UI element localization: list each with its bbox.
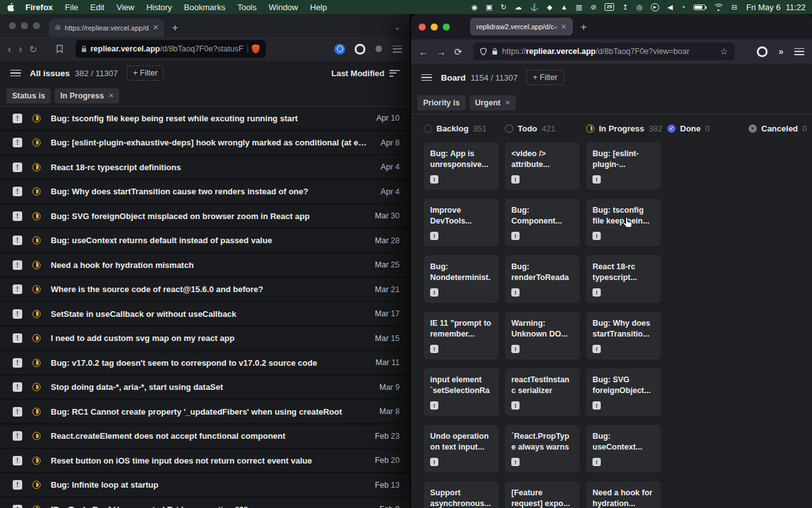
new-tab-button[interactable]: + [580, 22, 587, 32]
shortcuts-icon[interactable]: ◎ [636, 3, 643, 11]
menu-clock[interactable]: Fri May 6 11:22 [746, 3, 806, 12]
filter-field-chip[interactable]: Status is [6, 88, 51, 104]
stage-manager-icon[interactable]: ▥ [576, 3, 582, 11]
forward-button[interactable]: › [18, 44, 22, 54]
record-icon[interactable]: ◉ [471, 3, 478, 11]
board-card[interactable]: React 18-rc typescript...! [586, 255, 661, 303]
menu-history[interactable]: History [147, 3, 172, 12]
brave-shield-icon[interactable] [252, 44, 260, 54]
board-card[interactable]: Bug: [eslint- plugin-...! [586, 142, 661, 190]
issue-row[interactable]: !Bug: Infinite loop at startupFeb 13 [0, 474, 410, 497]
battery-icon[interactable] [693, 4, 705, 10]
minimize-window-button[interactable] [431, 23, 438, 30]
browser-tab[interactable]: ⊕ https://repliear.vercel.app/d/8b ✕ [49, 18, 164, 37]
menu-view[interactable]: View [117, 3, 134, 12]
github-extension-icon[interactable] [757, 46, 768, 57]
issue-row[interactable]: !Bug: [eslint-plugin-exhaustive-deps] ho… [0, 131, 410, 154]
close-tab-icon[interactable]: ✕ [153, 23, 159, 32]
apple-menu-icon[interactable] [6, 3, 15, 12]
menu-edit[interactable]: Edit [90, 3, 104, 12]
menu-help[interactable]: Help [310, 3, 327, 12]
docker-icon[interactable]: ⚓ [530, 3, 539, 11]
issue-row[interactable]: !React.createElement does not accept fun… [0, 425, 410, 448]
issue-row[interactable]: !Bug: RC1 Cannot create property '_updat… [0, 400, 410, 423]
menu-bookmarks[interactable]: Bookmarks [184, 3, 225, 12]
reload-button[interactable]: ⟳ [454, 47, 462, 57]
board-card[interactable]: reactTestInstanc serializer! [505, 368, 580, 416]
minimize-window-button[interactable] [21, 22, 28, 29]
menu-firefox[interactable]: Firefox [25, 3, 53, 12]
play-circle-icon[interactable]: ▶ [651, 3, 659, 11]
sort-icon[interactable] [390, 70, 400, 77]
hand-mirror-icon[interactable]: ↻ [501, 3, 506, 11]
address-bar[interactable]: repliear.vercel.app/d/8bTaoq7F0e?statusF… [75, 40, 266, 58]
filter-field-chip[interactable]: Priority is [417, 95, 466, 110]
board-card[interactable]: Bug: Nondeterminist.! [424, 255, 499, 303]
board-card[interactable]: Bug: Component...! [505, 199, 580, 246]
issue-row[interactable]: !Reset button on iOS time input does not… [0, 449, 410, 472]
board-card[interactable]: [Feature request] expo...! [505, 481, 580, 508]
onepassword-extension-icon[interactable] [334, 44, 345, 55]
remove-filter-icon[interactable]: ✕ [108, 92, 114, 99]
bookmark-star-icon[interactable]: ☆ [720, 46, 728, 57]
warp-icon[interactable]: ▲ [561, 3, 568, 11]
board-card[interactable]: Support asynchronous...! [424, 481, 499, 508]
volume-icon[interactable]: ◀ [667, 3, 672, 11]
board-card[interactable]: Bug: renderToReadab! [505, 255, 580, 303]
remove-filter-icon[interactable]: ✕ [505, 99, 510, 106]
board-card[interactable]: input element `setSelectionRa! [424, 368, 499, 416]
menu-file[interactable]: File [65, 3, 78, 12]
board-card[interactable]: <video /> attribute...! [505, 142, 580, 190]
sidebar-menu-icon[interactable] [421, 74, 432, 81]
github-extension-icon[interactable] [355, 44, 365, 55]
wifi-icon[interactable] [714, 4, 723, 11]
one-blocker-icon[interactable]: ⊘ [591, 3, 596, 11]
reload-button[interactable]: ↻ [29, 44, 37, 54]
board-card[interactable]: Improve DevTools...! [424, 199, 499, 246]
issue-row[interactable]: !Where is the source code of react@15.6.… [0, 278, 410, 301]
cloud-icon[interactable]: ☁ [514, 3, 521, 11]
clean-my-mac-icon[interactable]: ↥ [622, 3, 628, 11]
control-center-icon[interactable]: ⊟ [731, 3, 737, 11]
browser-menu-icon[interactable] [393, 46, 402, 53]
browser-menu-icon[interactable] [794, 48, 804, 55]
dropbox-icon[interactable]: ◆ [547, 3, 552, 11]
board-card[interactable]: IE 11 "prompt to remember...! [424, 312, 499, 359]
camera-icon[interactable]: ▣ [486, 3, 492, 11]
bookmark-icon[interactable] [56, 44, 63, 53]
board-card[interactable]: Warning: Unknown DO...! [505, 312, 580, 359]
close-window-button[interactable] [419, 23, 426, 30]
sort-order-label[interactable]: Last Modified [331, 69, 384, 78]
issue-row[interactable]: !Bug: v17.0.2 tag doesn't seem to corres… [0, 351, 410, 374]
zoom-window-button[interactable] [33, 22, 40, 29]
issue-row[interactable]: !Stop doing data-*, aria-*, start using … [0, 376, 410, 399]
issue-row[interactable]: !Bug: SVG foreignObject misplaced on bro… [0, 204, 410, 227]
close-window-button[interactable] [9, 22, 16, 29]
issue-row[interactable]: ![DevTools Bug] Unsupported Bridge opera… [0, 498, 410, 508]
extensions-puzzle-icon[interactable] [375, 45, 383, 53]
add-filter-button[interactable]: + Filter [527, 70, 564, 85]
board-card[interactable]: Bug: SVG foreignObject...! [586, 368, 661, 416]
tab-list-chevron-icon[interactable]: ⌄ [394, 22, 401, 32]
issue-row[interactable]: !Bug: useContext returns default instead… [0, 229, 410, 252]
sidebar-menu-icon[interactable] [10, 70, 21, 77]
board-card[interactable]: Bug: Why does startTransitio...! [586, 312, 661, 359]
board-card[interactable]: Undo operation on text input...! [424, 425, 499, 472]
zoom-window-button[interactable] [443, 23, 450, 30]
forward-button[interactable]: → [436, 47, 446, 57]
add-filter-button[interactable]: + Filter [127, 65, 164, 81]
calendar-icon[interactable]: 29 [605, 3, 614, 11]
issue-row[interactable]: !Bug: Why does startTransition cause two… [0, 180, 410, 203]
back-button[interactable]: ← [419, 47, 428, 57]
board-card[interactable]: Need a hook for hydration...! [586, 481, 661, 508]
menu-window[interactable]: Window [269, 3, 298, 12]
menu-tools[interactable]: Tools [237, 3, 256, 12]
new-tab-button[interactable]: + [172, 22, 178, 33]
issue-row[interactable]: !Bug: tsconfig file keep being reset whi… [0, 107, 410, 130]
browser-tab[interactable]: replidraw2.vercel.app/d/c-iZpq ✕ [470, 18, 573, 36]
time-machine-icon[interactable]: ◔ [681, 3, 685, 11]
issue-row[interactable]: !React 18-rc typescript definitionsApr 4 [0, 156, 410, 178]
overflow-menu-icon[interactable]: » [778, 46, 783, 57]
issue-row[interactable]: !Need a hook for hydration mismatchMar 2… [0, 253, 410, 276]
issue-row[interactable]: !I need to add custom svg map on my reac… [0, 327, 410, 350]
